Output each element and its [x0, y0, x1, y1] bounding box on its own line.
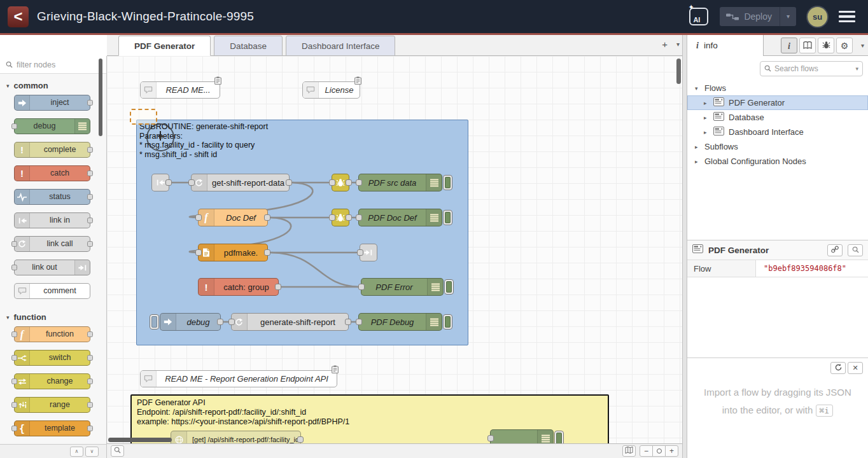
output-port[interactable] — [87, 147, 93, 153]
debug-toggle-button[interactable] — [554, 431, 564, 443]
deploy-button[interactable]: Deploy ▾ — [720, 7, 796, 26]
flow-node-pdf-debug[interactable]: PDF Debug — [358, 313, 442, 331]
input-port[interactable] — [11, 265, 17, 270]
output-port[interactable] — [87, 378, 93, 384]
copy-link-button[interactable] — [827, 244, 843, 256]
debug-toggle-button[interactable] — [443, 210, 452, 225]
input-port[interactable] — [195, 249, 202, 256]
palette-node-catch[interactable]: !catch — [14, 165, 90, 181]
palette-node-change[interactable]: change — [14, 373, 90, 389]
input-port[interactable] — [487, 435, 494, 441]
input-port[interactable] — [329, 214, 335, 221]
flow-canvas[interactable]: SUBROUTINE: generate-shift-report Parame… — [107, 56, 682, 443]
sidebar-options-caret[interactable]: ▾ — [861, 42, 864, 49]
zoom-reset-button[interactable] — [652, 445, 666, 457]
palette-node-inject[interactable]: inject — [14, 95, 90, 111]
canvas-vertical-scrollbar[interactable] — [676, 59, 681, 84]
palette-node-template[interactable]: {template — [14, 420, 90, 436]
output-port[interactable] — [346, 179, 352, 186]
input-port[interactable] — [11, 402, 17, 408]
flow-node-pdfmake[interactable]: pdfmake. — [198, 244, 268, 261]
deploy-options-caret[interactable]: ▾ — [780, 7, 796, 26]
sidebar-config-button[interactable]: ⚙ — [836, 38, 853, 53]
palette-node-link-in[interactable]: link in — [14, 212, 90, 228]
tab-dashboard-interface[interactable]: Dashboard Interface — [286, 36, 395, 56]
flow-node-catch-group[interactable]: ! catch: group — [198, 278, 279, 296]
zoom-in-button[interactable]: + — [665, 445, 678, 457]
palette-node-link-out[interactable]: link out — [14, 260, 90, 275]
palette-node-debug[interactable]: debug — [14, 118, 90, 134]
output-port[interactable] — [87, 218, 93, 223]
flow-node-debug-inject[interactable]: debug — [160, 313, 221, 331]
input-port[interactable] — [358, 284, 365, 290]
tab-database[interactable]: Database — [214, 36, 283, 56]
expand-categories-button[interactable]: ∨ — [85, 447, 99, 457]
palette-node-link-call[interactable]: link call — [14, 236, 90, 252]
tab-info[interactable]: i info — [687, 35, 764, 56]
close-panel-button[interactable]: ✕ — [848, 362, 863, 374]
collapse-categories-button[interactable]: ∧ — [70, 447, 83, 457]
input-port[interactable] — [11, 123, 17, 129]
user-avatar[interactable]: su — [808, 7, 827, 27]
flow-node-pdf-error[interactable]: PDF Error — [361, 278, 444, 296]
output-port[interactable] — [165, 179, 172, 186]
palette-node-complete[interactable]: !complete — [14, 142, 90, 158]
input-port[interactable] — [228, 319, 235, 325]
palette-section-common[interactable]: ▾common — [0, 75, 106, 95]
output-port[interactable] — [87, 241, 93, 247]
input-port[interactable] — [356, 179, 362, 186]
output-port[interactable] — [275, 284, 281, 290]
flow-node-trace-2[interactable] — [332, 209, 349, 226]
detail-search-button[interactable] — [848, 244, 863, 256]
navigator-button[interactable] — [622, 445, 636, 457]
comment-node-license[interactable]: License — [302, 81, 360, 99]
output-port[interactable] — [297, 436, 304, 443]
output-port[interactable] — [264, 214, 270, 221]
output-port[interactable] — [346, 214, 352, 221]
palette-node-comment[interactable]: comment — [14, 283, 90, 299]
flow-node-trace-1[interactable] — [332, 174, 349, 191]
flow-node-debug-partial[interactable] — [490, 429, 554, 443]
input-port[interactable] — [11, 378, 17, 384]
filter-nodes-input[interactable] — [17, 60, 90, 69]
tree-item-pdf-generator[interactable]: ▸PDF Generator — [687, 95, 868, 110]
debug-toggle-button[interactable] — [443, 175, 452, 190]
palette-section-function[interactable]: ▾function — [0, 307, 106, 326]
inject-button[interactable] — [150, 314, 159, 330]
search-flows-input[interactable] — [774, 64, 852, 73]
palette-node-function[interactable]: ffunction — [14, 326, 90, 342]
palette-scrollbar[interactable] — [99, 59, 102, 136]
sidebar-resize-gutter[interactable] — [682, 35, 687, 458]
input-port[interactable] — [195, 214, 202, 221]
refresh-button[interactable] — [830, 362, 846, 374]
output-port[interactable] — [217, 319, 223, 325]
output-port[interactable] — [87, 331, 93, 337]
sidebar-help-button[interactable] — [799, 38, 816, 53]
flow-list-caret[interactable]: ▾ — [676, 41, 680, 48]
flow-node-doc-def[interactable]: f Doc Def — [198, 209, 268, 226]
tab-pdf-generator[interactable]: PDF Generator — [118, 36, 211, 56]
input-port[interactable] — [188, 179, 195, 186]
add-flow-button[interactable]: + — [662, 39, 668, 50]
tree-item-database[interactable]: ▸Database — [687, 110, 868, 125]
flow-node-get-shift-report-data[interactable]: get-shift-report-data — [191, 174, 290, 191]
flow-node-generate-shift-report[interactable]: generate-shift-report — [231, 313, 349, 331]
comment-node-readme-bottom[interactable]: READ ME - Report Generation Endpoint API — [140, 370, 337, 387]
output-port[interactable] — [264, 249, 270, 256]
palette-node-range[interactable]: range — [14, 397, 90, 413]
input-port[interactable] — [356, 214, 362, 221]
search-flows-box[interactable]: ▾ — [760, 61, 863, 76]
flow-node-pdf-src-data[interactable]: PDF src data — [358, 174, 442, 191]
palette-filter[interactable] — [0, 56, 106, 74]
output-port[interactable] — [87, 426, 93, 431]
input-port[interactable] — [11, 426, 17, 431]
output-port[interactable] — [286, 179, 292, 186]
sidebar-info-button[interactable]: i — [781, 38, 797, 53]
zoom-out-button[interactable]: − — [640, 445, 653, 457]
debug-toggle-button[interactable] — [443, 314, 452, 330]
palette-node-status[interactable]: status — [14, 189, 90, 205]
debug-toggle-button[interactable] — [444, 279, 454, 295]
input-port[interactable] — [356, 319, 362, 325]
tree-item-subflows[interactable]: ▸ Subflows — [687, 139, 868, 154]
input-port[interactable] — [329, 179, 335, 186]
